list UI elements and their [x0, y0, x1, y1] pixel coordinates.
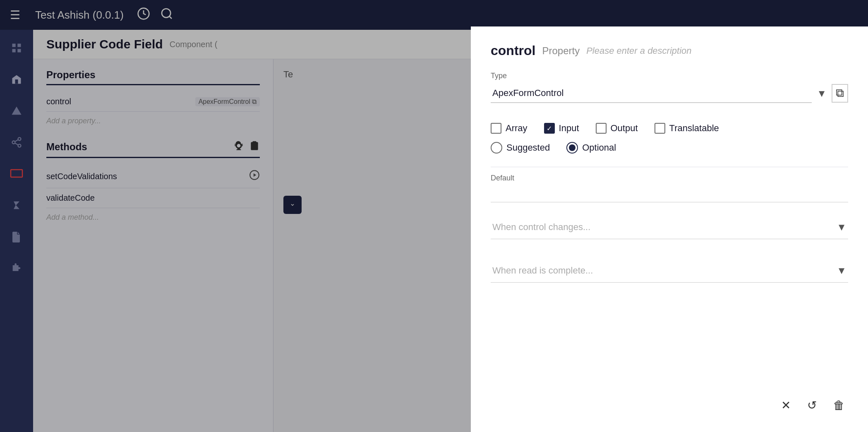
checkbox-output[interactable]: Output [596, 123, 638, 134]
suggested-radio[interactable] [491, 142, 502, 154]
when-read-complete-label: When read is complete... [492, 265, 593, 276]
translatable-label: Translatable [669, 123, 719, 134]
type-row: Type ApexFormControl ▼ ⧉ [491, 72, 848, 103]
radio-optional[interactable]: Optional [566, 142, 616, 154]
default-input[interactable] [491, 186, 848, 202]
external-link-icon[interactable]: ⧉ [832, 84, 848, 103]
when-control-changes-label: When control changes... [492, 222, 590, 233]
close-button[interactable]: ✕ [778, 395, 794, 415]
checkbox-array[interactable]: Array [491, 123, 528, 134]
input-checkbox-box[interactable]: ✓ [544, 123, 555, 134]
type-label: Type [491, 72, 848, 80]
spacer-2 [491, 249, 848, 259]
input-label: Input [559, 123, 579, 134]
array-checkbox-box[interactable] [491, 123, 501, 134]
optional-label: Optional [582, 142, 616, 153]
type-select[interactable]: ApexFormControl [491, 84, 812, 103]
checkmark-icon: ✓ [547, 125, 552, 132]
array-label: Array [506, 123, 528, 134]
optional-radio[interactable] [566, 142, 578, 154]
dialog-header: control Property Please enter a descript… [491, 43, 848, 58]
radio-suggested[interactable]: Suggested [491, 142, 550, 154]
property-dialog: control Property Please enter a descript… [471, 26, 868, 432]
default-label: Default [491, 174, 848, 182]
checkbox-translatable[interactable]: Translatable [655, 123, 719, 134]
dropdown-arrow-1: ▼ [837, 221, 846, 233]
output-label: Output [611, 123, 638, 134]
checkboxes-row: Array ✓ Input Output Translatable [491, 123, 848, 134]
when-read-complete-dropdown[interactable]: When read is complete... ▼ [491, 259, 848, 283]
dropdown-arrow-2: ▼ [837, 265, 846, 276]
checkbox-input[interactable]: ✓ Input [544, 123, 579, 134]
dialog-footer: ✕ ↺ 🗑 [491, 385, 848, 415]
when-control-changes-dropdown[interactable]: When control changes... ▼ [491, 216, 848, 239]
divider-1 [491, 167, 848, 167]
spacer [491, 113, 848, 123]
radio-row: Suggested Optional [491, 142, 848, 154]
suggested-label: Suggested [506, 142, 550, 153]
output-checkbox-box[interactable] [596, 123, 607, 134]
delete-button[interactable]: 🗑 [830, 395, 848, 415]
dialog-property-type: Property [542, 45, 580, 57]
dialog-description[interactable]: Please enter a description [586, 46, 691, 56]
translatable-checkbox-box[interactable] [655, 123, 665, 134]
radio-dot [569, 144, 575, 151]
type-select-row: ApexFormControl ▼ ⧉ [491, 84, 848, 103]
dialog-property-name: control [491, 43, 535, 58]
select-arrow-icon: ▼ [817, 88, 827, 99]
default-field: Default [491, 174, 848, 202]
refresh-button[interactable]: ↺ [804, 395, 820, 415]
